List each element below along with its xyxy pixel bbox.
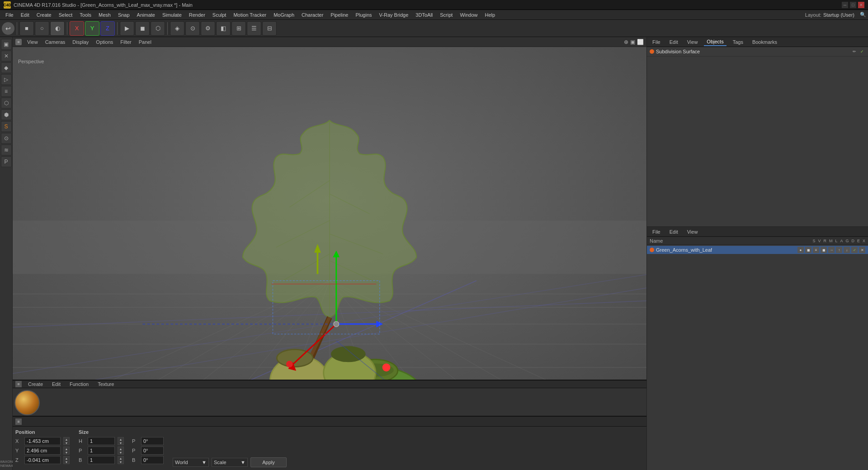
sidebar-icon-2[interactable]: ✕	[1, 51, 12, 61]
pos-y-input[interactable]	[24, 446, 61, 455]
size-h-input[interactable]	[88, 437, 115, 445]
pos-y-spin[interactable]: ▲ ▼	[63, 446, 70, 455]
table-row[interactable]: Green_Acorns_with_Leaf ● ◼ ≡ ◼ → ↑ ↓ ✓ ✕	[647, 246, 868, 254]
row-icon-9[interactable]: ✕	[859, 247, 865, 253]
render-preview[interactable]: ▶	[120, 21, 134, 36]
subdiv-icon-edit[interactable]: ✏	[851, 48, 858, 55]
menu-pipeline[interactable]: Pipeline	[327, 10, 352, 19]
vp-panel-btn[interactable]: Panel	[137, 39, 153, 45]
undo-button[interactable]: ↩	[2, 22, 14, 35]
menu-select[interactable]: Select	[55, 10, 76, 19]
close-button[interactable]: ✕	[858, 2, 864, 8]
vp-view-btn[interactable]: View	[25, 39, 40, 45]
menu-script[interactable]: Script	[436, 10, 456, 19]
sidebar-icon-6[interactable]: ⬡	[1, 98, 12, 108]
rot-y-input[interactable]	[141, 446, 164, 455]
row-icon-3[interactable]: ≡	[813, 247, 819, 253]
row-icon-4[interactable]: ◼	[821, 247, 827, 253]
mat-create-tab[interactable]: Create	[25, 381, 46, 388]
props-menu-icon[interactable]: ≡	[15, 418, 22, 425]
sidebar-icon-p[interactable]: P	[1, 156, 12, 167]
menu-render[interactable]: Render	[185, 10, 209, 19]
search-icon[interactable]: 🔍	[860, 12, 866, 18]
pos-x-spin[interactable]: ▲ ▼	[63, 437, 70, 445]
sidebar-icon-3[interactable]: ◆	[1, 62, 12, 73]
pos-z-input[interactable]	[24, 456, 61, 464]
apply-button[interactable]: Apply	[250, 457, 287, 467]
attr-bookmarks-tab[interactable]: Bookmarks	[750, 38, 780, 46]
axis-y[interactable]: Y	[85, 21, 99, 36]
display-mode7[interactable]: ⊟	[262, 21, 277, 36]
menu-sculpt[interactable]: Sculpt	[209, 10, 230, 19]
sidebar-icon-s[interactable]: S	[1, 121, 12, 132]
pos-x-input[interactable]	[24, 437, 61, 445]
vp-render-icon[interactable]: ▣	[630, 39, 635, 45]
menu-simulate[interactable]: Simulate	[159, 10, 185, 19]
pos-z-spin[interactable]: ▲ ▼	[63, 456, 70, 464]
row-icon-6[interactable]: ↑	[836, 247, 842, 253]
size-p-input[interactable]	[88, 446, 115, 455]
rot-z-input[interactable]	[141, 456, 164, 464]
vp-lock-icon[interactable]: ⊕	[624, 39, 628, 45]
vp-cameras-btn[interactable]: Cameras	[43, 39, 67, 45]
menu-vray[interactable]: V-Ray Bridge	[376, 10, 412, 19]
mode-poly[interactable]: ◐	[50, 21, 65, 36]
menu-motion-tracker[interactable]: Motion Tracker	[230, 10, 270, 19]
menu-create[interactable]: Create	[33, 10, 55, 19]
mat-texture-tab[interactable]: Texture	[95, 381, 117, 388]
menu-snap[interactable]: Snap	[114, 10, 133, 19]
menu-window[interactable]: Window	[456, 10, 481, 19]
menu-character[interactable]: Character	[298, 10, 327, 19]
menu-edit[interactable]: Edit	[17, 10, 33, 19]
obj-view-tab[interactable]: View	[684, 228, 701, 235]
menu-plugins[interactable]: Plugins	[352, 10, 375, 19]
row-icon-2[interactable]: ◼	[805, 247, 811, 253]
axis-z[interactable]: Z	[100, 21, 115, 36]
attr-edit-tab[interactable]: Edit	[667, 38, 681, 46]
menu-mesh[interactable]: Mesh	[95, 10, 114, 19]
display-mode6[interactable]: ☰	[247, 21, 261, 36]
viewport[interactable]: Grid Spacing : 10 cm Y X Z	[13, 47, 646, 428]
attr-objects-tab[interactable]: Objects	[704, 38, 726, 46]
menu-animate[interactable]: Animate	[133, 10, 159, 19]
attr-tags-tab[interactable]: Tags	[730, 38, 746, 46]
size-b-input[interactable]	[88, 456, 115, 464]
coord-system-dropdown[interactable]: World ▼	[173, 458, 209, 467]
mat-menu-icon[interactable]: ≡	[15, 381, 22, 387]
size-b-spin[interactable]: ▲ ▼	[118, 456, 124, 464]
display-mode2[interactable]: ⊙	[185, 21, 200, 36]
vp-display-btn[interactable]: Display	[71, 39, 90, 45]
obj-file-tab[interactable]: File	[650, 228, 663, 235]
size-p-spin[interactable]: ▲ ▼	[118, 446, 124, 455]
vp-maximize-icon[interactable]: ⬜	[637, 39, 644, 45]
obj-edit-tab[interactable]: Edit	[667, 228, 681, 235]
viewport-menu-icon[interactable]: ≡	[15, 39, 22, 45]
display-mode4[interactable]: ◧	[216, 21, 231, 36]
display-mode5[interactable]: ⊞	[231, 21, 246, 36]
row-icon-7[interactable]: ↓	[844, 247, 850, 253]
render-to-picture[interactable]: ◼	[135, 21, 150, 36]
scale-dropdown[interactable]: Scale ▼	[212, 458, 248, 467]
sidebar-icon-7[interactable]: ⬢	[1, 109, 12, 120]
size-h-spin[interactable]: ▲ ▼	[118, 437, 124, 445]
mode-edges[interactable]: ○	[35, 21, 49, 36]
mat-edit-tab[interactable]: Edit	[49, 381, 63, 388]
menu-help[interactable]: Help	[481, 10, 499, 19]
display-mode3[interactable]: ⚙	[201, 21, 215, 36]
row-icon-8[interactable]: ✓	[851, 247, 858, 253]
sidebar-icon-1[interactable]: ▣	[1, 39, 12, 50]
sidebar-icon-9[interactable]: ≋	[1, 145, 12, 155]
menu-3dtoall[interactable]: 3DToAll	[412, 10, 436, 19]
display-mode1[interactable]: ◈	[170, 21, 184, 36]
vp-filter-btn[interactable]: Filter	[118, 39, 133, 45]
menu-tools[interactable]: Tools	[76, 10, 95, 19]
row-icon-1[interactable]: ●	[797, 247, 804, 253]
mode-points[interactable]: ■	[19, 21, 34, 36]
menu-mograph[interactable]: MoGraph	[270, 10, 298, 19]
maximize-button[interactable]: □	[850, 2, 856, 8]
mat-function-tab[interactable]: Function	[67, 381, 91, 388]
sidebar-icon-5[interactable]: ≡	[1, 86, 12, 97]
menu-file[interactable]: File	[2, 10, 17, 19]
vp-options-btn[interactable]: Options	[94, 39, 115, 45]
window-controls[interactable]: ─ □ ✕	[842, 2, 864, 8]
